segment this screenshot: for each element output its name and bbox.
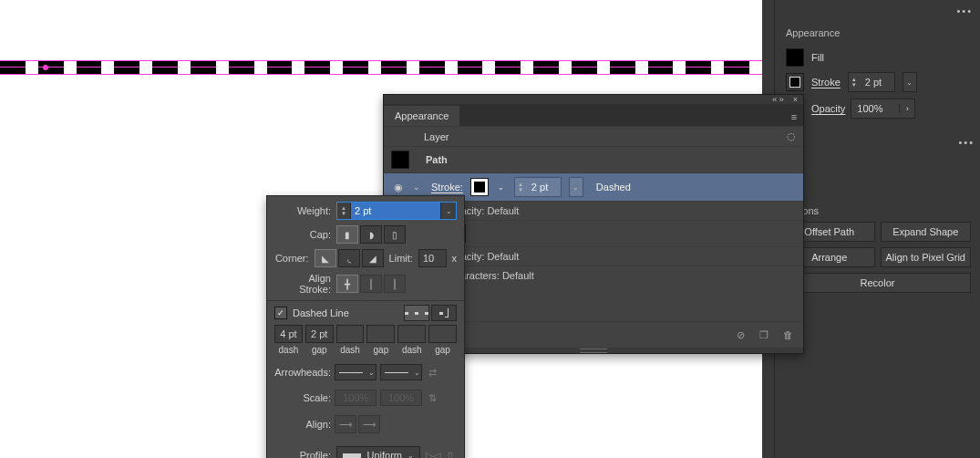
appearance-tab[interactable]: Appearance <box>384 106 459 126</box>
trash-icon[interactable]: 🗑 <box>781 328 794 341</box>
dash-label-3: dash <box>397 345 426 355</box>
layer-label: Layer <box>424 131 449 142</box>
scale-label: Scale: <box>274 392 331 403</box>
panel-menu-icon[interactable]: ••• <box>956 5 973 16</box>
stroke-options-panel: Weight: ▲▼ 2 pt ⌄ Cap: ▮ ◗ ▯ Corner: ◣ ◟… <box>266 195 465 458</box>
opacity-field[interactable]: 100% › <box>851 99 915 119</box>
arrow-align-tip-button[interactable]: ⟶ <box>358 415 380 433</box>
layer-target-icon[interactable]: ◌ <box>787 130 796 142</box>
flip-across-icon[interactable]: ▯ <box>444 450 457 459</box>
artwork-dashed-line[interactable] <box>0 58 762 77</box>
path-label: Path <box>426 154 448 165</box>
secondary-menu-icon[interactable]: ••• <box>958 137 975 148</box>
dashed-line-label: Dashed Line <box>293 307 349 318</box>
dash-preserve-button[interactable] <box>404 305 429 321</box>
arrowheads-label: Arrowheads: <box>274 367 331 378</box>
stroke-label[interactable]: Stroke <box>811 77 841 88</box>
profile-value: Uniform <box>366 450 402 458</box>
limit-value[interactable]: 10 <box>423 253 434 264</box>
fill-label: Fill <box>811 52 824 63</box>
gap-field-3[interactable] <box>428 325 457 343</box>
dash-align-corners-button[interactable] <box>431 305 457 321</box>
dash-field-2[interactable] <box>336 325 365 343</box>
gap-field-2[interactable] <box>366 325 395 343</box>
profile-field[interactable]: Uniform ⌄ <box>336 446 420 458</box>
ap-stroke-weight-value[interactable]: 2 pt <box>526 182 561 193</box>
stroke-color-swatch[interactable] <box>470 178 489 196</box>
cap-label: Cap: <box>274 229 331 240</box>
arrowhead-start-field[interactable]: ⌄ <box>335 364 377 380</box>
limit-label: Limit: <box>389 253 413 264</box>
stroke-swatch[interactable] <box>786 73 804 91</box>
align-arrow-label: Align: <box>274 419 331 430</box>
opacity-label[interactable]: Opacity <box>811 103 845 114</box>
dash-field-1[interactable]: 4 pt <box>274 325 303 343</box>
corner-label: Corner: <box>274 253 309 264</box>
scale-start-value: 100% <box>343 392 368 403</box>
align-stroke-label: Align Stroke: <box>274 273 331 295</box>
visibility-eye-icon[interactable]: ◉ <box>391 182 406 193</box>
quick-actions-title: Actions <box>786 205 980 216</box>
dash-field-3[interactable] <box>397 325 426 343</box>
recolor-button[interactable]: Recolor <box>784 273 971 293</box>
appearance-section-title: Appearance <box>786 27 980 38</box>
stroke-weight-stepper[interactable]: ▲▼ 2 pt <box>848 72 895 92</box>
link-scale-icon[interactable]: ⇅ <box>426 392 438 404</box>
path-swatch[interactable] <box>391 151 409 169</box>
opacity-value[interactable]: 100% <box>851 103 899 114</box>
panel-options-icon[interactable]: ≡ <box>785 111 803 126</box>
arrow-align-extend-button[interactable]: ⟶ <box>335 415 356 433</box>
align-pixel-grid-button[interactable]: Align to Pixel Grid <box>881 247 972 267</box>
corner-round-button[interactable]: ◟ <box>338 249 360 267</box>
dash-gap-fields: 4 pt 2 pt <box>274 325 457 343</box>
path-row[interactable]: Path <box>384 146 803 172</box>
scale-start-field[interactable]: 100% <box>335 390 377 406</box>
expand-caret-icon[interactable]: ⌄ <box>413 182 424 192</box>
weight-dropdown-icon[interactable]: ⌄ <box>440 203 456 219</box>
properties-panel: ••• Appearance Fill Stroke ▲▼ 2 pt ⌄ Opa… <box>774 0 980 458</box>
gap-label-3: gap <box>428 345 457 355</box>
duplicate-icon[interactable]: ❐ <box>758 328 770 341</box>
collapse-arrows-icon[interactable]: « » <box>772 95 784 104</box>
fill-swatch[interactable] <box>786 48 804 67</box>
stroke-weight-value[interactable]: 2 pt <box>860 77 894 88</box>
cap-projecting-button[interactable]: ▯ <box>384 225 406 244</box>
ap-stroke-weight-stepper[interactable]: ▲▼ 2 pt <box>514 177 562 197</box>
align-stroke-center-button[interactable]: ╋ <box>336 275 358 293</box>
scale-end-value: 100% <box>388 392 414 403</box>
profile-dropdown-icon[interactable]: ⌄ <box>407 452 414 459</box>
dash-label-1: dash <box>274 345 303 355</box>
stroke-color-dropdown[interactable]: ⌄ <box>496 183 507 192</box>
gap-field-1[interactable]: 2 pt <box>305 325 334 343</box>
expand-shape-button[interactable]: Expand Shape <box>881 222 972 242</box>
gap-label-2: gap <box>366 345 395 355</box>
align-stroke-inside-button[interactable]: ┃ <box>360 275 382 293</box>
cap-butt-button[interactable]: ▮ <box>336 225 358 244</box>
limit-field[interactable]: 10 <box>418 249 447 267</box>
corner-miter-button[interactable]: ◣ <box>315 249 336 267</box>
opacity-dropdown-icon[interactable]: › <box>899 104 914 113</box>
arrowhead-end-field[interactable]: ⌄ <box>380 364 422 380</box>
dashed-line-checkbox[interactable]: ✓ <box>274 307 287 319</box>
weight-label: Weight: <box>274 205 331 216</box>
stroke-weight-dropdown[interactable]: ⌄ <box>903 72 917 92</box>
layer-row[interactable]: Layer ◌ <box>384 126 803 146</box>
anchor-point[interactable] <box>43 65 48 70</box>
profile-label: Profile: <box>274 450 331 458</box>
dash-label-2: dash <box>336 345 365 355</box>
gap-label-1: gap <box>305 345 334 355</box>
weight-field[interactable]: ▲▼ 2 pt ⌄ <box>336 202 457 220</box>
align-stroke-outside-button[interactable]: ┃ <box>384 275 406 293</box>
scale-end-field[interactable]: 100% <box>380 390 422 406</box>
weight-value[interactable]: 2 pt <box>351 203 440 219</box>
ap-stroke-weight-dropdown[interactable]: ⌄ <box>569 177 583 197</box>
limit-suffix: x <box>452 253 458 264</box>
stroke-link-label[interactable]: Stroke: <box>431 182 463 193</box>
close-icon[interactable]: × <box>793 95 798 104</box>
swap-arrowheads-icon[interactable]: ⇄ <box>426 367 438 379</box>
corner-bevel-button[interactable]: ◢ <box>362 249 384 267</box>
no-selection-icon[interactable]: ⊘ <box>734 328 747 341</box>
flip-along-icon[interactable]: ▷◁ <box>426 450 438 459</box>
cap-round-button[interactable]: ◗ <box>360 225 382 244</box>
stroke-style-label: Dashed <box>596 182 631 193</box>
